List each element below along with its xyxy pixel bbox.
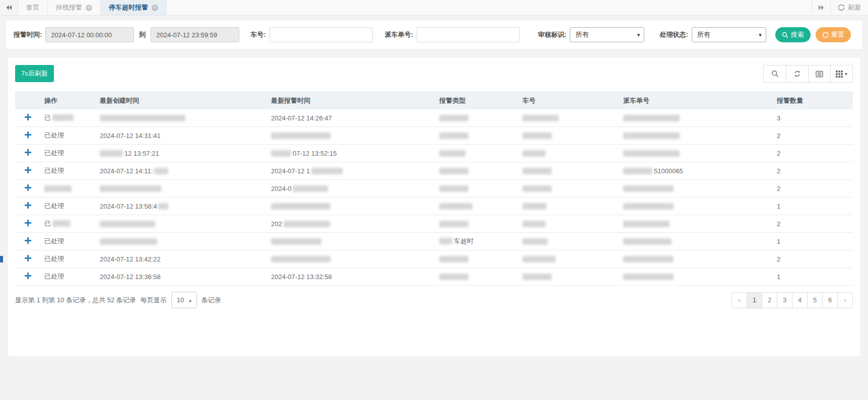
alarm-count-cell: 2 <box>773 250 853 268</box>
alarm-list-card: 7s后刷新 ▾ 操作最新创建时间最新报警时间报警类型车号派车单号报警数量 已20… <box>7 57 861 357</box>
alarm-type-cell <box>435 145 518 162</box>
created-time-cell: 2024-07-12 14:31:41 <box>96 127 267 145</box>
page-button-1[interactable]: 1 <box>747 292 762 308</box>
tab-home[interactable]: 首页 <box>18 0 48 15</box>
page-button-2[interactable]: 2 <box>762 292 777 308</box>
table-row: 已处理12 13:57:2107-12 13:52:152 <box>15 145 853 162</box>
page-button-3[interactable]: 3 <box>777 292 792 308</box>
expand-cell <box>15 109 40 127</box>
cell-text: 2024-07-12 13:36:58 <box>100 273 161 281</box>
alarm-time-from-input[interactable] <box>45 27 134 42</box>
column-header-5[interactable]: 派车单号 <box>619 92 773 109</box>
double-chevron-left-icon <box>5 4 13 11</box>
alarm-count-cell: 1 <box>773 197 853 215</box>
tab-close-icon[interactable]: × <box>152 5 158 11</box>
table-refresh-button[interactable] <box>786 65 808 82</box>
reset-button[interactable]: 重置 <box>816 27 851 42</box>
column-header-1[interactable]: 最新创建时间 <box>96 92 267 109</box>
expand-row-button[interactable] <box>25 220 31 226</box>
vehicle-cell <box>518 109 619 127</box>
column-header-3[interactable]: 报警类型 <box>435 92 518 109</box>
dispatch-order-cell <box>619 215 773 233</box>
grid-columns-icon <box>836 71 843 78</box>
alarm-type-cell <box>435 162 518 180</box>
redacted-text <box>439 150 465 157</box>
records-summary: 显示第 1 到第 10 条记录，总共 52 条记录 <box>15 296 136 305</box>
vehicle-cell <box>518 127 619 145</box>
expand-row-button[interactable] <box>25 131 31 138</box>
expand-row-button[interactable] <box>25 255 31 261</box>
process-status-select[interactable]: 所有 ▾ <box>692 27 766 42</box>
column-header-0[interactable]: 操作 <box>40 92 96 109</box>
created-time-cell: 2024-07-12 14:11: <box>96 162 267 180</box>
page-button-6[interactable]: 6 <box>822 292 838 308</box>
alarm-type-cell: 车超时 <box>435 233 518 250</box>
search-button[interactable]: 搜索 <box>775 27 811 42</box>
expand-row-button[interactable] <box>25 149 31 156</box>
previous-page-button[interactable]: ‹ <box>731 292 747 308</box>
redacted-text <box>623 221 670 227</box>
plus-icon <box>25 273 31 279</box>
table-columns-button[interactable]: ▾ <box>830 65 852 82</box>
tab-offline-alarm[interactable]: 掉线报警 × <box>48 0 101 15</box>
tab-close-icon[interactable]: × <box>86 5 92 11</box>
page-button-4[interactable]: 4 <box>792 292 808 308</box>
alarm-time-cell: 2024-07-12 1 <box>267 162 435 180</box>
expand-row-button[interactable] <box>25 273 31 279</box>
expand-row-button[interactable] <box>25 114 31 120</box>
status-cell <box>40 180 96 197</box>
expand-row-button[interactable] <box>25 202 31 209</box>
redacted-text <box>439 168 469 174</box>
plus-icon <box>25 237 31 244</box>
redacted-text <box>522 132 552 139</box>
vehicle-cell <box>518 233 619 250</box>
redacted-text <box>623 238 672 245</box>
table-row: 已处理车超时1 <box>15 233 853 250</box>
column-header-4[interactable]: 车号 <box>518 92 619 109</box>
page-button-5[interactable]: 5 <box>807 292 823 308</box>
redacted-text <box>623 132 680 139</box>
dispatch-order-input[interactable] <box>417 27 520 42</box>
tab-parking-overtime-alarm[interactable]: 停车超时报警 × <box>101 0 167 15</box>
auto-refresh-countdown-button[interactable]: 7s后刷新 <box>15 65 54 82</box>
page-size-select[interactable]: 10 ▴ <box>171 292 197 308</box>
cell-text: 车超时 <box>454 237 474 245</box>
expand-row-button[interactable] <box>25 167 31 173</box>
next-page-button[interactable]: › <box>837 292 853 308</box>
cell-text: 已 <box>44 220 51 227</box>
alarm-time-cell <box>267 127 435 145</box>
status-cell: 已处理 <box>40 250 96 268</box>
cell-text: 已处理 <box>44 131 64 139</box>
vehicle-number-input[interactable] <box>270 27 373 42</box>
alarm-time-label: 报警时间: <box>14 30 42 39</box>
alarm-count-cell: 2 <box>773 180 853 197</box>
column-header-6[interactable]: 报警数量 <box>773 92 853 109</box>
tabs-scroll-right-button[interactable] <box>812 0 830 15</box>
table-search-toggle-button[interactable] <box>764 65 786 82</box>
cell-text: 已处理 <box>44 167 64 174</box>
audit-flag-select[interactable]: 所有 ▾ <box>570 27 644 42</box>
dispatch-order-cell <box>619 233 773 250</box>
cell-text: 已处理 <box>44 273 64 280</box>
filter-panel: 报警时间: 到 车号: 派车单号: 审核标识: 所有 ▾ 处理状态: 所有 ▾ … <box>5 20 863 50</box>
expand-row-button[interactable] <box>25 184 31 191</box>
expand-row-button[interactable] <box>25 237 31 244</box>
alarm-time-to-input[interactable] <box>151 27 239 42</box>
redacted-text <box>271 150 291 157</box>
reset-refresh-icon <box>822 32 829 38</box>
redacted-text <box>522 168 552 174</box>
column-header-2[interactable]: 最新报警时间 <box>267 92 435 109</box>
expand-cell <box>15 197 40 215</box>
alarm-time-cell: 07-12 13:52:15 <box>267 145 435 162</box>
refresh-tab-button[interactable]: 刷新 <box>830 0 868 15</box>
tab-bar: 首页 掉线报警 × 停车超时报警 × 刷新 <box>0 0 868 16</box>
alarm-count-cell: 1 <box>773 233 853 250</box>
expand-cell <box>15 215 40 233</box>
table-detail-view-button[interactable] <box>808 65 830 82</box>
plus-icon <box>25 220 31 226</box>
double-chevron-right-icon <box>818 4 825 11</box>
tabs-scroll-left-button[interactable] <box>0 0 18 15</box>
redacted-text <box>439 238 452 244</box>
table-row: 已处理2024-07-12 14:11:2024-07-12 151000065… <box>15 162 853 180</box>
redacted-text <box>100 238 157 245</box>
